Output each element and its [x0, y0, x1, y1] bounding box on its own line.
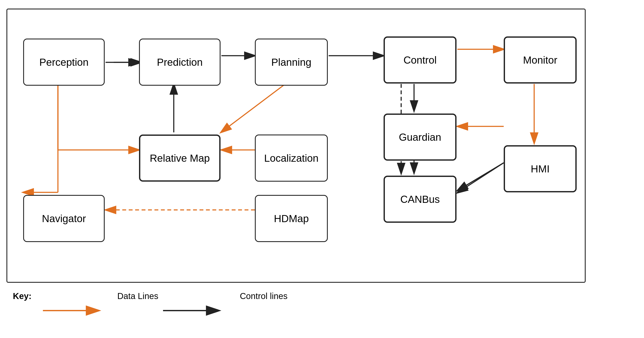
navigator-label: Navigator [42, 213, 86, 224]
hdmap-node: HDMap [255, 195, 328, 242]
perception-node: Perception [23, 38, 105, 86]
relativemap-label: Relative Map [150, 152, 210, 164]
key-data-lines-label: Data Lines [117, 291, 158, 301]
monitor-node: Monitor [504, 36, 577, 84]
control-node: Control [384, 36, 456, 84]
guardian-label: Guardian [399, 131, 441, 143]
localization-node: Localization [255, 135, 328, 182]
key-control-lines-label: Control lines [240, 291, 288, 301]
guardian-node: Guardian [384, 114, 456, 161]
hmi-node: HMI [504, 145, 577, 192]
key-label: Key: [13, 291, 32, 301]
key-control-lines: Control lines [176, 291, 288, 301]
key-data-lines: Data Lines [53, 291, 158, 301]
prediction-label: Prediction [157, 56, 202, 68]
monitor-label: Monitor [523, 54, 557, 66]
navigator-node: Navigator [23, 195, 105, 242]
canbus-label: CANBus [400, 193, 440, 205]
key-area: Key: Data Lines Control lines [13, 291, 288, 301]
main-container: Perception Prediction Planning Control M… [0, 0, 644, 338]
hdmap-label: HDMap [274, 213, 309, 224]
planning-label: Planning [271, 56, 312, 68]
perception-label: Perception [39, 56, 88, 68]
canbus-node: CANBus [384, 176, 456, 223]
prediction-node: Prediction [139, 38, 220, 86]
planning-node: Planning [255, 38, 328, 86]
relativemap-node: Relative Map [139, 135, 220, 182]
hmi-label: HMI [531, 163, 550, 175]
localization-label: Localization [264, 152, 318, 164]
control-label: Control [404, 54, 437, 66]
